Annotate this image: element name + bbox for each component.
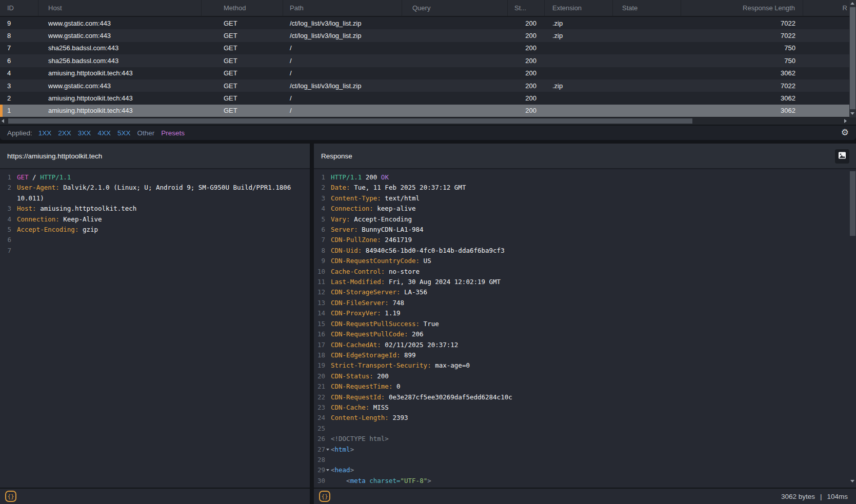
line-number: 27 xyxy=(316,445,325,455)
code-text: CDN-Cache: MISS xyxy=(331,402,389,413)
code-text: Host: amiusing.httptoolkit.tech xyxy=(17,204,136,214)
cell-host: amiusing.httptoolkit.tech:443 xyxy=(38,94,202,102)
cell-status: 200 xyxy=(508,69,545,77)
column-header-length[interactable]: Response Length xyxy=(681,0,803,16)
code-text: Cache-Control: no-store xyxy=(331,267,420,277)
request-table-header: IDHostMethodPathQuerySt...ExtensionState… xyxy=(0,0,856,17)
format-request-button[interactable]: {} xyxy=(5,491,16,502)
code-text: CDN-RequestPullCode: 206 xyxy=(331,329,424,339)
response-line: 10Cache-Control: no-store xyxy=(314,267,856,277)
line-number: 14 xyxy=(316,308,325,318)
response-code-area: 1HTTP/1.1 200 OK2Date: Tue, 11 Feb 2025 … xyxy=(314,169,856,488)
scroll-right-icon[interactable] xyxy=(844,119,847,123)
request-line: 2User-Agent: Dalvik/2.1.0 (Linux; U; And… xyxy=(0,183,310,204)
table-row[interactable]: 7sha256.badssl.com:443GET/200750 xyxy=(0,42,856,54)
filter-link-3xx[interactable]: 3XX xyxy=(78,129,91,137)
cell-id: 9 xyxy=(0,19,38,27)
cell-method: GET xyxy=(202,19,283,27)
line-number: 8 xyxy=(316,246,325,256)
table-vertical-scrollbar[interactable] xyxy=(849,0,856,117)
code-text: Connection: keep-alive xyxy=(331,204,416,214)
line-number: 20 xyxy=(316,371,325,381)
line-number: 10 xyxy=(316,267,325,277)
filter-link-other[interactable]: Other xyxy=(137,129,154,137)
cell-status: 200 xyxy=(508,94,545,102)
filter-link-1xx[interactable]: 1XX xyxy=(38,129,52,137)
response-panel-header: Response xyxy=(314,144,856,169)
table-row[interactable]: 6sha256.badssl.com:443GET/200750 xyxy=(0,54,856,67)
cell-status: 200 xyxy=(508,32,545,39)
column-header-r[interactable]: R xyxy=(803,0,856,16)
column-header-extension[interactable]: Extension xyxy=(545,0,613,16)
table-row[interactable]: 1amiusing.httptoolkit.tech:443GET/200306… xyxy=(0,105,856,117)
response-vertical-scrollbar[interactable] xyxy=(849,169,856,488)
response-line: 22CDN-RequestId: 0e3e287cf5ee30269daf5ed… xyxy=(314,392,856,402)
response-line: 20CDN-Status: 200 xyxy=(314,371,856,381)
table-row[interactable]: 8www.gstatic.com:443GET/ct/log_list/v3/l… xyxy=(0,29,856,42)
table-row[interactable]: 3www.gstatic.com:443GET/ct/log_list/v3/l… xyxy=(0,79,856,92)
gear-icon[interactable]: ⚙ xyxy=(841,128,849,138)
scroll-up-icon[interactable] xyxy=(850,2,854,5)
column-header-id[interactable]: ID xyxy=(0,0,38,16)
code-text: <html> xyxy=(331,445,354,455)
scroll-down-icon[interactable] xyxy=(850,112,854,115)
cell-method: GET xyxy=(202,94,283,102)
column-header-query[interactable]: Query xyxy=(402,0,508,16)
scroll-left-icon[interactable] xyxy=(2,119,4,123)
column-header-state[interactable]: State xyxy=(613,0,681,16)
filter-link-presets[interactable]: Presets xyxy=(161,129,185,137)
column-header-method[interactable]: Method xyxy=(202,0,283,16)
response-line: 23CDN-Cache: MISS xyxy=(314,402,856,413)
cell-path: / xyxy=(283,57,402,65)
line-number: 25 xyxy=(316,424,325,434)
cell-id: 1 xyxy=(0,107,38,114)
response-line: 24Content-Length: 2393 xyxy=(314,413,856,423)
column-header-path[interactable]: Path xyxy=(283,0,402,16)
line-number: 16 xyxy=(316,329,325,339)
filter-link-5xx[interactable]: 5XX xyxy=(117,129,131,137)
line-number: 2 xyxy=(316,183,325,193)
image-preview-button[interactable] xyxy=(835,149,849,164)
code-text: Date: Tue, 11 Feb 2025 20:37:12 GMT xyxy=(331,183,466,193)
table-row[interactable]: 9www.gstatic.com:443GET/ct/log_list/v3/l… xyxy=(0,17,856,29)
cell-length: 7022 xyxy=(681,32,803,39)
request-panel: https://amiusing.httptoolkit.tech 1GET /… xyxy=(0,144,310,504)
code-text: Strict-Transport-Security: max-age=0 xyxy=(331,360,470,371)
response-line: 26<!DOCTYPE html> xyxy=(314,434,856,444)
applied-filters-label: Applied: xyxy=(7,129,32,137)
cell-host: sha256.badssl.com:443 xyxy=(38,44,202,52)
line-number: 23 xyxy=(316,402,325,413)
cell-path: / xyxy=(283,94,402,102)
cell-path: / xyxy=(283,69,402,77)
table-horizontal-scrollbar[interactable] xyxy=(0,117,856,125)
table-hscroll-thumb[interactable] xyxy=(8,118,692,124)
response-scroll-down-icon[interactable] xyxy=(850,480,854,482)
cell-id: 6 xyxy=(0,57,38,65)
response-panel-title: Response xyxy=(314,152,352,160)
response-vscroll-thumb[interactable] xyxy=(850,171,855,236)
column-header-status[interactable]: St... xyxy=(508,0,545,16)
response-line: 5Vary: Accept-Encoding xyxy=(314,214,856,225)
fold-chevron-icon[interactable] xyxy=(326,449,329,451)
fold-chevron-icon[interactable] xyxy=(326,469,329,471)
table-row[interactable]: 2amiusing.httptoolkit.tech:443GET/200306… xyxy=(0,92,856,104)
format-response-button[interactable]: {} xyxy=(319,491,330,502)
code-text: <meta charset="UTF-8"> xyxy=(331,476,431,486)
line-number: 24 xyxy=(316,413,325,423)
response-line: 9CDN-RequestCountryCode: US xyxy=(314,256,856,266)
code-text: Accept-Encoding: gzip xyxy=(17,225,98,235)
response-line: 16CDN-RequestPullCode: 206 xyxy=(314,329,856,339)
code-text: CDN-Uid: 84940c56-1bd0-4fc0-b14b-dda6f6b… xyxy=(331,246,505,256)
filter-link-4xx[interactable]: 4XX xyxy=(97,129,111,137)
table-row[interactable]: 4amiusing.httptoolkit.tech:443GET/200306… xyxy=(0,67,856,79)
cell-length: 3062 xyxy=(681,69,803,77)
column-header-host[interactable]: Host xyxy=(38,0,202,16)
table-vscroll-thumb[interactable] xyxy=(850,7,855,109)
line-number: 21 xyxy=(316,381,325,392)
cell-host: amiusing.httptoolkit.tech:443 xyxy=(38,107,202,114)
filter-link-2xx[interactable]: 2XX xyxy=(58,129,71,137)
line-number: 17 xyxy=(316,340,325,350)
line-number: 11 xyxy=(316,277,325,287)
code-text: Last-Modified: Fri, 30 Aug 2024 12:02:19… xyxy=(331,277,501,287)
cell-path: /ct/log_list/v3/log_list.zip xyxy=(283,19,402,27)
